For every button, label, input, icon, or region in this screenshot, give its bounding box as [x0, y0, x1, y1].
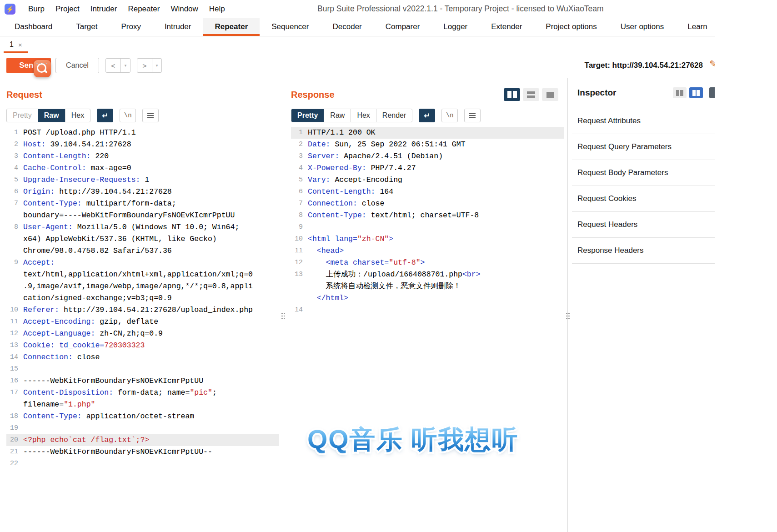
menu-repeater[interactable]: Repeater: [122, 0, 165, 18]
inspector-panel: Inspector Request AttributesRequest Quer…: [572, 78, 715, 532]
inspector-section-request-body-parameters[interactable]: Request Body Parameters: [572, 160, 715, 186]
request-format-tabs: PrettyRawHex: [6, 109, 90, 122]
inspector-section-response-headers[interactable]: Response Headers: [572, 238, 715, 264]
response-inspector-divider[interactable]: [564, 78, 572, 532]
code-line: boundary=----WebKitFormBoundaryFsNOEvKIc…: [6, 210, 279, 221]
line-number: [6, 233, 23, 245]
line-number: 17: [6, 387, 23, 399]
menu-help[interactable]: Help: [204, 0, 231, 18]
code-line: text/html,application/xhtml+xml,applicat…: [6, 269, 279, 281]
menu-window[interactable]: Window: [165, 0, 203, 18]
menu-intruder[interactable]: Intruder: [85, 0, 123, 18]
response-editor[interactable]: 1HTTP/1.1 200 OK2Date: Sun, 25 Sep 2022 …: [291, 127, 564, 316]
tab-dashboard[interactable]: Dashboard: [3, 18, 64, 36]
request-response-divider[interactable]: [279, 78, 287, 532]
line-number: 2: [291, 139, 308, 151]
cancel-button[interactable]: Cancel: [55, 58, 99, 73]
request-editor-tabs: PrettyRawHex ↵ \n: [6, 109, 279, 122]
code-line: 5Vary: Accept-Encoding: [291, 174, 564, 186]
divider-grip-icon[interactable]: [281, 312, 286, 320]
menu-project[interactable]: Project: [50, 0, 85, 18]
tab-target[interactable]: Target: [64, 18, 109, 36]
inspector-section-request-cookies[interactable]: Request Cookies: [572, 186, 715, 212]
back-button[interactable]: <: [106, 59, 120, 72]
line-number: [6, 210, 23, 221]
editor-menu-button[interactable]: [464, 109, 481, 122]
layout-rows-button[interactable]: [523, 88, 539, 101]
show-newlines-button[interactable]: \n: [120, 109, 136, 122]
forward-dropdown-icon[interactable]: ▾: [152, 59, 161, 72]
inspector-section-request-attributes[interactable]: Request Attributes: [572, 108, 715, 134]
tab-project-options[interactable]: Project options: [534, 18, 608, 36]
response-panel-header: Response: [291, 84, 564, 105]
show-newlines-button[interactable]: \n: [441, 109, 458, 122]
tab-user-options[interactable]: User options: [609, 18, 676, 36]
tab-comparer[interactable]: Comparer: [374, 18, 432, 36]
inspector-section-request-headers[interactable]: Request Headers: [572, 212, 715, 238]
line-text: Accept:: [23, 257, 55, 269]
code-line: 16------WebKitFormBoundaryFsNOEvKIcmrPpt…: [6, 375, 279, 387]
layout-single-button[interactable]: [542, 88, 558, 101]
line-text: text/html,application/xhtml+xml,applicat…: [23, 269, 253, 281]
wrap-toggle-button[interactable]: ↵: [419, 109, 435, 122]
line-text: Content-Type: multipart/form-data;: [23, 198, 176, 210]
inspector-dock-right-button[interactable]: [689, 87, 703, 98]
tab-sequencer[interactable]: Sequencer: [260, 18, 321, 36]
editor-tab-pretty[interactable]: Pretty: [7, 109, 38, 122]
inspector-section-label: Request Query Parameters: [577, 142, 672, 151]
tab-extender[interactable]: Extender: [479, 18, 534, 36]
layout-columns-button[interactable]: [504, 88, 520, 101]
editor-tab-raw[interactable]: Raw: [38, 109, 65, 122]
inspector-collapse-button[interactable]: [709, 87, 715, 98]
divider-grip-icon[interactable]: [566, 312, 570, 320]
editor-tab-render[interactable]: Render: [376, 109, 412, 122]
editor-menu-button[interactable]: [142, 109, 159, 122]
tab-decoder[interactable]: Decoder: [321, 18, 373, 36]
line-text: .9,image/avif,image/webp,image/apng,*/*;…: [23, 281, 253, 292]
code-line: 11Accept-Encoding: gzip, deflate: [6, 316, 279, 328]
code-line: 8Content-Type: text/html; charset=UTF-8: [291, 210, 564, 221]
code-line: 21------WebKitFormBoundaryFsNOEvKIcmrPpt…: [6, 446, 279, 458]
editor-tab-raw[interactable]: Raw: [324, 109, 351, 122]
tab-logger[interactable]: Logger: [431, 18, 479, 36]
code-line: 9: [291, 221, 564, 233]
code-line: 19: [6, 422, 279, 434]
line-number: [6, 269, 23, 281]
close-tab-icon[interactable]: ×: [18, 41, 22, 49]
line-number: 12: [6, 328, 23, 340]
tab-repeater[interactable]: Repeater: [203, 18, 260, 36]
repeater-tab-label: 1: [10, 40, 14, 49]
menu-burp[interactable]: Burp: [23, 0, 50, 18]
line-text: </html>: [308, 292, 348, 304]
inspector-dock-side-button[interactable]: [673, 87, 687, 98]
tab-intruder[interactable]: Intruder: [153, 18, 203, 36]
forward-button[interactable]: >: [137, 59, 152, 72]
editor-tab-hex[interactable]: Hex: [351, 109, 376, 122]
inspector-section-request-query-parameters[interactable]: Request Query Parameters: [572, 134, 715, 160]
code-line: 9Accept:: [6, 257, 279, 269]
edit-target-pencil-icon[interactable]: ✎: [709, 59, 715, 70]
tab-proxy[interactable]: Proxy: [109, 18, 152, 36]
history-forward-group: > ▾: [137, 58, 162, 73]
wrap-toggle-button[interactable]: ↵: [97, 109, 113, 122]
code-line: 15: [6, 363, 279, 375]
code-line: 3Content-Length: 220: [6, 151, 279, 162]
response-format-tabs: PrettyRawHexRender: [291, 109, 412, 122]
back-dropdown-icon[interactable]: ▾: [120, 59, 130, 72]
content-area: Request PrettyRawHex ↵ \n 1POST /upload.…: [0, 78, 715, 532]
line-text: <head>: [308, 245, 344, 257]
request-editor[interactable]: 1POST /upload.php HTTP/1.12Host: 39.104.…: [6, 127, 279, 470]
line-text: Cache-Control: max-age=0: [23, 162, 131, 174]
line-text: filename="1.php": [23, 399, 95, 411]
code-line: 13Cookie: td_cookie=720303323: [6, 340, 279, 351]
code-line: 11 <head>: [291, 245, 564, 257]
repeater-tab-1[interactable]: 1 ×: [4, 36, 28, 53]
line-text: Content-Disposition: form-data; name="pi…: [23, 387, 217, 399]
tab-learn[interactable]: Learn: [676, 18, 715, 36]
code-line: .9,image/avif,image/webp,image/apng,*/*;…: [6, 281, 279, 292]
main-tab-bar: DashboardTargetProxyIntruderRepeaterSequ…: [0, 18, 715, 36]
line-number: 3: [291, 151, 308, 162]
editor-tab-pretty[interactable]: Pretty: [291, 109, 324, 122]
editor-tab-hex[interactable]: Hex: [65, 109, 90, 122]
line-text: Server: Apache/2.4.51 (Debian): [308, 151, 443, 162]
